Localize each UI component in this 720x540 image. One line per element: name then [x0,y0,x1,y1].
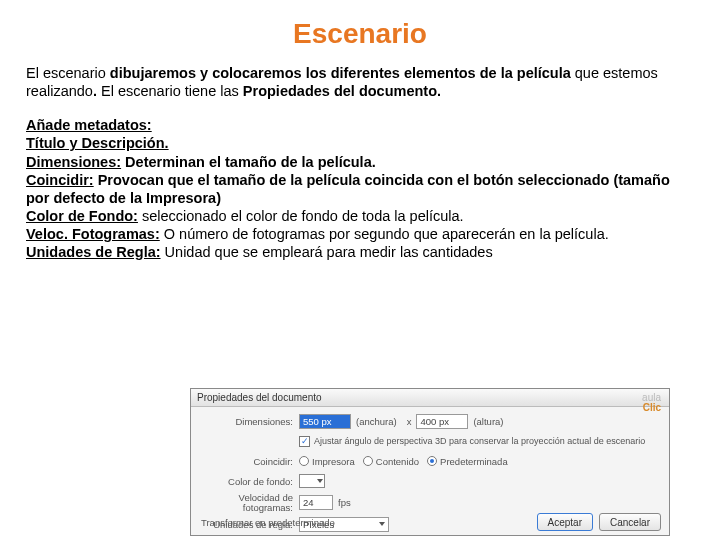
coin-label: Coincidir: [26,172,94,188]
make-default-link[interactable]: Transformar en predeterminado [201,517,335,528]
intro-paragraph: El escenario dibujaremos y colocaremos l… [26,64,694,100]
dim-x: x [407,416,412,427]
wm-clic: Clic [643,402,661,413]
ruler-label: Unidades de Regla: [26,244,161,260]
bg-label: Color de Fondo: [26,208,138,224]
meta-heading: Añade metadatos: [26,117,152,133]
page-title: Escenario [0,0,720,64]
bg-text: seleccionado el color de fondo de toda l… [138,208,464,224]
fps-label: Veloc. Fotogramas: [26,226,160,242]
definitions-block: Añade metadatos: Título y Descripción. D… [26,116,694,261]
lbl-dimensions: Dimensiones: [199,416,299,427]
dialog-footer: Aceptar Cancelar [537,513,662,531]
ok-button[interactable]: Aceptar [537,513,593,531]
row-bgcolor: Color de fondo: [199,473,661,489]
radio-printer[interactable]: Impresora [299,456,355,467]
fps-text: O número de fotogramas por segundo que a… [160,226,609,242]
radio-group-match: Impresora Contenido Predeterminada [299,456,508,467]
dim-text: Determinan el tamaño de la película. [121,154,376,170]
cancel-button[interactable]: Cancelar [599,513,661,531]
row-dimensions: Dimensiones: 550 px (anchura) x 400 px (… [199,413,661,429]
ruler-text: Unidad que se empleará para medir las ca… [161,244,493,260]
color-swatch[interactable] [299,474,325,488]
radio-default[interactable]: Predeterminada [427,456,508,467]
p1-d: El escenario tiene las [97,83,243,99]
adjust-text: Ajustar ángulo de perspectiva 3D para co… [314,436,645,446]
row-match: Coincidir: Impresora Contenido Predeterm… [199,453,661,469]
p1-a: El escenario [26,65,110,81]
input-fps[interactable]: 24 [299,495,333,510]
chevron-down-icon [379,522,385,526]
watermark: aula Clic [642,393,661,413]
fps-unit: fps [338,497,351,508]
hint-width: (anchura) [356,416,397,427]
row-fps: Velocidad de fotogramas: 24 fps [199,493,661,512]
p1-e: Propiedades del documento. [243,83,441,99]
meta-line1: Título y Descripción. [26,135,169,151]
lbl-match: Coincidir: [199,456,299,467]
radio-content[interactable]: Contenido [363,456,419,467]
document-properties-dialog: Propiedades del documento aula Clic Dime… [190,388,670,536]
dialog-title: Propiedades del documento [191,389,669,407]
p1-b: dibujaremos y colocaremos los diferentes… [110,65,571,81]
input-height[interactable]: 400 px [416,414,468,429]
checkbox-adjust-3d[interactable]: ✓ [299,436,310,447]
lbl-bgcolor: Color de fondo: [199,476,299,487]
row-adjust: ✓ Ajustar ángulo de perspectiva 3D para … [199,433,661,449]
lbl-fps: Velocidad de fotogramas: [199,493,299,512]
dim-label: Dimensiones: [26,154,121,170]
coin-text: Provocan que el tamaño de la película co… [26,172,670,206]
chevron-down-icon [317,479,323,483]
content-body: El escenario dibujaremos y colocaremos l… [0,64,720,261]
hint-height: (altura) [473,416,503,427]
input-width[interactable]: 550 px [299,414,351,429]
